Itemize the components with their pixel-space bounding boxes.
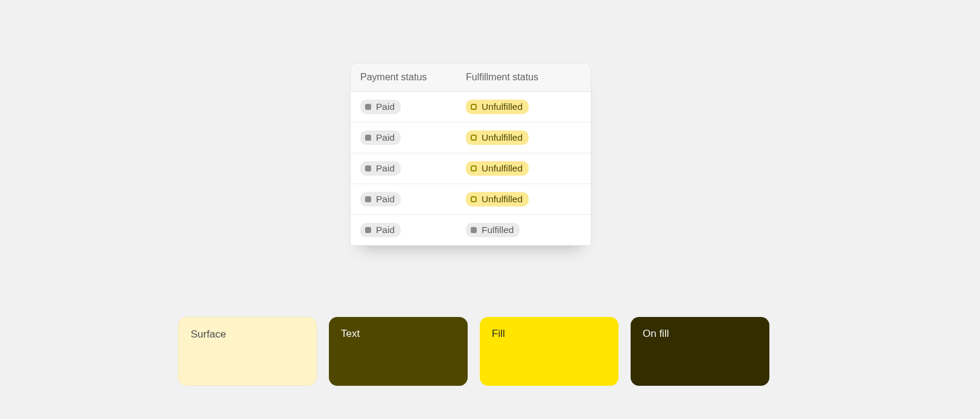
status-table: Payment status Fulfillment status PaidUn… xyxy=(350,63,591,246)
status-dot-icon xyxy=(365,135,371,141)
cell-fulfillment: Unfulfilled xyxy=(456,92,591,122)
cell-payment: Paid xyxy=(351,92,456,122)
column-header-fulfillment: Fulfillment status xyxy=(456,63,591,91)
fulfillment-status-badge: Unfulfilled xyxy=(466,161,529,176)
cell-fulfillment: Unfulfilled xyxy=(456,123,591,153)
color-swatch: Fill xyxy=(480,317,619,386)
table-row[interactable]: PaidUnfulfilled xyxy=(351,184,591,215)
payment-status-label: Paid xyxy=(376,163,395,174)
column-header-payment: Payment status xyxy=(351,63,456,91)
fulfillment-status-label: Unfulfilled xyxy=(482,163,523,174)
status-dot-icon xyxy=(365,165,371,171)
payment-status-badge: Paid xyxy=(360,192,401,206)
color-swatch-row: SurfaceTextFillOn fill xyxy=(178,317,769,386)
status-ring-icon xyxy=(471,165,477,171)
fulfillment-status-badge: Unfulfilled xyxy=(466,130,529,145)
swatch-label: Surface xyxy=(191,328,226,340)
cell-fulfillment: Unfulfilled xyxy=(456,184,591,214)
payment-status-badge: Paid xyxy=(360,223,401,237)
table-row[interactable]: PaidFulfilled xyxy=(351,215,591,245)
color-swatch: Surface xyxy=(178,317,317,386)
table-row[interactable]: PaidUnfulfilled xyxy=(351,153,591,184)
payment-status-label: Paid xyxy=(376,101,395,112)
payment-status-label: Paid xyxy=(376,132,395,143)
swatch-label: Text xyxy=(341,328,360,339)
fulfillment-status-badge: Unfulfilled xyxy=(466,100,529,114)
table-header-row: Payment status Fulfillment status xyxy=(351,63,591,92)
fulfillment-status-label: Unfulfilled xyxy=(482,101,523,112)
cell-fulfillment: Fulfilled xyxy=(456,215,591,245)
status-ring-icon xyxy=(471,196,477,202)
fulfillment-status-badge: Fulfilled xyxy=(466,223,520,237)
cell-payment: Paid xyxy=(351,215,456,245)
table-row[interactable]: PaidUnfulfilled xyxy=(351,123,591,153)
swatch-label: On fill xyxy=(643,328,669,339)
cell-payment: Paid xyxy=(351,184,456,214)
payment-status-badge: Paid xyxy=(360,100,401,114)
payment-status-label: Paid xyxy=(376,225,395,235)
cell-payment: Paid xyxy=(351,153,456,184)
swatch-label: Fill xyxy=(492,328,505,339)
fulfillment-status-label: Unfulfilled xyxy=(482,132,523,143)
cell-fulfillment: Unfulfilled xyxy=(456,153,591,184)
status-dot-icon xyxy=(471,227,477,233)
fulfillment-status-badge: Unfulfilled xyxy=(466,192,529,206)
status-ring-icon xyxy=(471,135,477,141)
fulfillment-status-label: Fulfilled xyxy=(482,225,514,235)
status-dot-icon xyxy=(365,104,371,110)
payment-status-badge: Paid xyxy=(360,130,401,145)
payment-status-badge: Paid xyxy=(360,161,401,176)
status-dot-icon xyxy=(365,227,371,233)
color-swatch: On fill xyxy=(631,317,769,386)
cell-payment: Paid xyxy=(351,123,456,153)
table-row[interactable]: PaidUnfulfilled xyxy=(351,92,591,123)
payment-status-label: Paid xyxy=(376,194,395,205)
fulfillment-status-label: Unfulfilled xyxy=(482,194,523,205)
status-ring-icon xyxy=(471,104,477,110)
color-swatch: Text xyxy=(329,317,468,386)
status-dot-icon xyxy=(365,196,371,202)
